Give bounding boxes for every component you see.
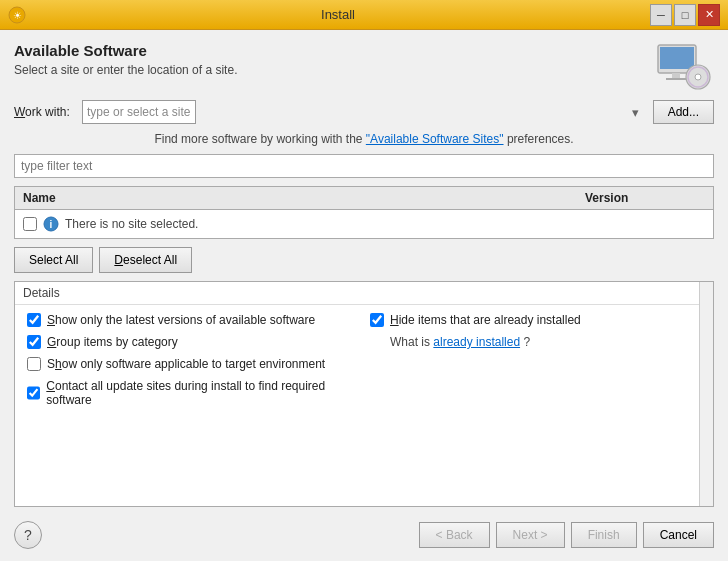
checkbox-applicable-only: Show only software applicable to target … [27, 357, 358, 371]
software-table: Name Version i There is no site selected… [14, 186, 714, 239]
details-label: Details [15, 282, 713, 305]
cb-hide-installed[interactable] [370, 313, 384, 327]
header-section: Available Software Select a site or ente… [14, 42, 714, 92]
close-button[interactable]: ✕ [698, 4, 720, 26]
svg-rect-5 [666, 78, 686, 80]
back-button[interactable]: < Back [419, 522, 490, 548]
main-content: Available Software Select a site or ente… [0, 30, 728, 561]
row-checkbox[interactable] [23, 217, 37, 231]
cb-group-by-category[interactable] [27, 335, 41, 349]
minimize-button[interactable]: ─ [650, 4, 672, 26]
table-row: i There is no site selected. [15, 210, 713, 238]
cb-contact-update-sites[interactable] [27, 386, 40, 400]
more-software-row: Find more software by working with the "… [14, 132, 714, 146]
no-site-message: There is no site selected. [65, 217, 198, 231]
footer-buttons: < Back Next > Finish Cancel [419, 522, 714, 548]
header-text: Available Software Select a site or ente… [14, 42, 237, 77]
filter-input[interactable] [14, 154, 714, 178]
details-col-right: Hide items that are already installed Wh… [370, 313, 701, 407]
details-col-left: Show only the latest versions of availab… [27, 313, 358, 407]
checkbox-group-by-category: Group items by category [27, 335, 358, 349]
window-controls: ─ □ ✕ [650, 4, 720, 26]
page-title: Available Software [14, 42, 237, 59]
site-select-wrapper: type or select a site [82, 100, 645, 124]
cancel-button[interactable]: Cancel [643, 522, 714, 548]
svg-point-7 [695, 74, 701, 80]
cb-applicable-only[interactable] [27, 357, 41, 371]
select-deselect-row: Select All Deselect All [14, 247, 714, 273]
checkbox-latest-versions: Show only the latest versions of availab… [27, 313, 358, 327]
work-with-row: Work with: type or select a site Add... [14, 100, 714, 124]
details-body: Show only the latest versions of availab… [15, 305, 713, 415]
svg-rect-3 [660, 47, 694, 69]
title-bar: ☀ Install ─ □ ✕ [0, 0, 728, 30]
table-header: Name Version [15, 187, 713, 210]
details-section: Details Show only the latest versions of… [14, 281, 714, 507]
finish-button[interactable]: Finish [571, 522, 637, 548]
page-subtitle: Select a site or enter the location of a… [14, 63, 237, 77]
svg-text:i: i [50, 219, 53, 230]
col-version-header: Version [585, 191, 705, 205]
help-button[interactable]: ? [14, 521, 42, 549]
next-button[interactable]: Next > [496, 522, 565, 548]
col-name-header: Name [23, 191, 585, 205]
svg-text:☀: ☀ [13, 10, 22, 21]
select-all-button[interactable]: Select All [14, 247, 93, 273]
window-title: Install [26, 7, 650, 22]
deselect-all-button[interactable]: Deselect All [99, 247, 192, 273]
maximize-button[interactable]: □ [674, 4, 696, 26]
checkbox-hide-installed: Hide items that are already installed [370, 313, 701, 327]
what-is-prefix: What is [390, 335, 433, 349]
svg-rect-4 [672, 73, 680, 78]
app-icon: ☀ [8, 6, 26, 24]
add-button[interactable]: Add... [653, 100, 714, 124]
available-sites-link[interactable]: "Available Software Sites" [366, 132, 504, 146]
what-is-row: What is already installed ? [370, 335, 701, 349]
more-software-suffix: preferences. [507, 132, 574, 146]
info-icon: i [43, 216, 59, 232]
site-select[interactable]: type or select a site [82, 100, 196, 124]
footer: ? < Back Next > Finish Cancel [14, 515, 714, 549]
what-is-suffix: ? [523, 335, 530, 349]
scrollbar[interactable] [699, 282, 713, 506]
header-icon [654, 42, 714, 92]
more-software-prefix: Find more software by working with the [154, 132, 365, 146]
cb-latest-versions[interactable] [27, 313, 41, 327]
work-with-label: Work with: [14, 105, 74, 119]
checkbox-contact-update-sites: Contact all update sites during install … [27, 379, 358, 407]
already-installed-link[interactable]: already installed [433, 335, 520, 349]
